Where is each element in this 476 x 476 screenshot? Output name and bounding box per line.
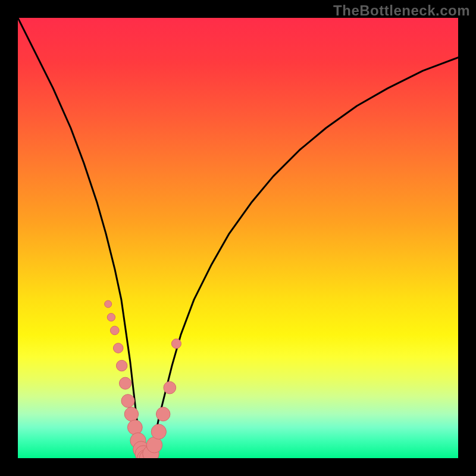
marker-point <box>156 407 170 421</box>
marker-point <box>107 314 115 321</box>
chart-container: TheBottleneck.com <box>0 0 476 476</box>
marker-point <box>110 326 119 335</box>
attribution-text: TheBottleneck.com <box>333 2 470 19</box>
plot-area <box>18 18 458 458</box>
marker-point <box>105 300 112 308</box>
marker-point <box>151 424 166 439</box>
highlighted-points <box>105 300 181 458</box>
marker-point <box>164 381 176 394</box>
chart-svg <box>18 18 458 458</box>
marker-point <box>124 407 138 421</box>
marker-point <box>116 360 127 371</box>
bottleneck-curve <box>18 18 458 458</box>
marker-point <box>113 343 123 353</box>
marker-point <box>119 377 131 389</box>
marker-point <box>127 420 142 435</box>
marker-point <box>171 339 181 349</box>
marker-point <box>121 394 134 408</box>
